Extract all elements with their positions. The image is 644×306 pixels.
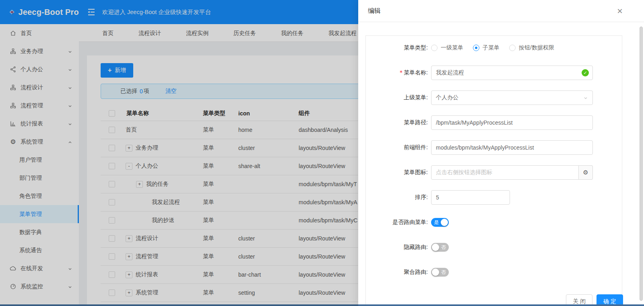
form-row-menu-path: 菜单路径:/bpm/task/MyApplyProcessList: [376, 115, 622, 130]
radio-selected-icon[interactable]: [473, 45, 479, 51]
edit-form: 菜单类型:一级菜单子菜单按钮/数据权限*菜单名称:我发起流程✓上级菜单:个人办公…: [365, 35, 622, 304]
edit-drawer: 编辑 ✕ 菜单类型:一级菜单子菜单按钮/数据权限*菜单名称:我发起流程✓上级菜单…: [358, 0, 644, 304]
radio-unselected-icon[interactable]: [509, 45, 516, 51]
field-label: 菜单路径:: [376, 119, 428, 126]
field-label: 隐藏路由:: [376, 244, 428, 251]
success-check-icon: ✓: [582, 69, 589, 76]
toggle-knob: [441, 219, 448, 226]
form-row-parent-menu: 上级菜单:个人办公: [376, 90, 622, 105]
is-route-menu-toggle[interactable]: 是: [431, 218, 449, 227]
drawer-title: 编辑: [368, 7, 381, 15]
toggle-knob: [432, 244, 439, 251]
drawer-header: 编辑: [358, 0, 644, 22]
close-button[interactable]: 关 闭: [566, 294, 592, 304]
drawer-scrollbar[interactable]: [638, 23, 644, 304]
form-row-aggregate-route: 聚合路由:否: [376, 265, 622, 279]
field-label: 是否路由菜单:: [376, 219, 428, 226]
form-row-front-component: 前端组件:modules/bpm/task/MyApplyProcessList: [376, 140, 622, 155]
menu-icon-input[interactable]: 点击右侧按钮选择图标: [431, 165, 579, 180]
app-screen: Jeecg-Boot Pro 欢迎进入 Jeecg-Boot 企业级快速开发平台…: [0, 0, 644, 306]
form-row-is-route-menu: 是否路由菜单:是: [376, 215, 622, 230]
drawer-mask[interactable]: [0, 0, 358, 306]
gear-icon[interactable]: ⚙: [579, 165, 593, 180]
drawer-footer: 关 闭 确 定: [566, 294, 623, 304]
field-label: 上级菜单:: [376, 94, 428, 101]
form-row-menu-name: *菜单名称:我发起流程✓: [376, 66, 622, 80]
field-label: 聚合路由:: [376, 269, 428, 276]
aggregate-route-toggle[interactable]: 否: [431, 268, 449, 277]
menu-type-radio-group: 一级菜单子菜单按钮/数据权限: [431, 44, 564, 51]
toggle-knob: [432, 269, 439, 276]
field-label: *菜单名称:: [376, 69, 428, 76]
sort-order-input[interactable]: 5: [431, 190, 510, 205]
form-row-hidden-route: 隐藏路由:否: [376, 240, 622, 255]
menu-name-input[interactable]: 我发起流程: [431, 66, 593, 80]
radio-option[interactable]: 子菜单: [473, 44, 500, 51]
field-label: 前端组件:: [376, 144, 428, 151]
required-asterisk: *: [400, 69, 402, 76]
front-component-input[interactable]: modules/bpm/task/MyApplyProcessList: [431, 140, 593, 155]
field-label: 菜单图标:: [376, 169, 428, 176]
form-row-sort-order: 排序:5: [376, 190, 622, 205]
ok-button[interactable]: 确 定: [597, 294, 623, 304]
chevron-down-icon: [583, 95, 588, 102]
radio-unselected-icon[interactable]: [431, 45, 438, 51]
close-icon[interactable]: ✕: [615, 6, 625, 16]
menu-path-input[interactable]: /bpm/task/MyApplyProcessList: [431, 115, 593, 130]
parent-menu-select[interactable]: 个人办公: [431, 90, 593, 105]
hidden-route-toggle[interactable]: 否: [431, 243, 449, 252]
field-label: 菜单类型:: [376, 44, 428, 51]
scrollbar-thumb[interactable]: [640, 27, 643, 301]
form-row-menu-icon: 菜单图标:点击右侧按钮选择图标⚙: [376, 165, 622, 180]
radio-option[interactable]: 按钮/数据权限: [509, 44, 554, 51]
form-row-menu-type: 菜单类型:一级菜单子菜单按钮/数据权限: [376, 41, 622, 55]
radio-option[interactable]: 一级菜单: [431, 44, 463, 51]
field-label: 排序:: [376, 194, 428, 201]
